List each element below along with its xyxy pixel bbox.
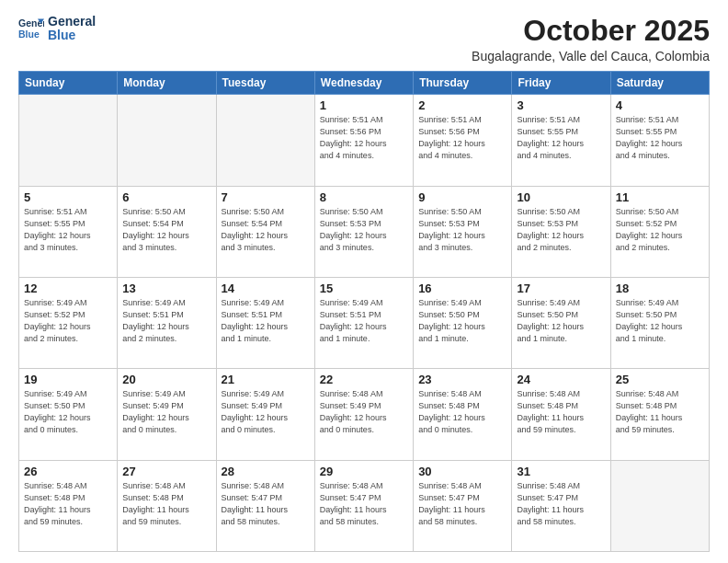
day-info: Sunrise: 5:49 AM Sunset: 5:49 PM Dayligh… [222, 388, 310, 436]
day-info: Sunrise: 5:48 AM Sunset: 5:48 PM Dayligh… [122, 480, 210, 528]
calendar-cell: 5Sunrise: 5:51 AM Sunset: 5:55 PM Daylig… [19, 186, 118, 277]
day-info: Sunrise: 5:50 AM Sunset: 5:53 PM Dayligh… [320, 206, 408, 254]
day-header-sunday: Sunday [19, 72, 118, 95]
day-info: Sunrise: 5:49 AM Sunset: 5:50 PM Dayligh… [517, 297, 605, 345]
day-info: Sunrise: 5:48 AM Sunset: 5:48 PM Dayligh… [24, 480, 112, 528]
day-info: Sunrise: 5:50 AM Sunset: 5:53 PM Dayligh… [418, 206, 506, 254]
day-number: 5 [24, 190, 112, 204]
day-info: Sunrise: 5:48 AM Sunset: 5:47 PM Dayligh… [222, 480, 310, 528]
day-number: 31 [517, 465, 605, 478]
calendar-cell [19, 95, 118, 186]
calendar-header-row: SundayMondayTuesdayWednesdayThursdayFrid… [19, 72, 710, 95]
day-info: Sunrise: 5:49 AM Sunset: 5:49 PM Dayligh… [122, 388, 210, 436]
day-number: 30 [418, 465, 506, 478]
svg-text:Blue: Blue [18, 29, 40, 40]
calendar-cell: 18Sunrise: 5:49 AM Sunset: 5:50 PM Dayli… [610, 277, 709, 368]
calendar-cell: 9Sunrise: 5:50 AM Sunset: 5:53 PM Daylig… [414, 186, 512, 277]
day-info: Sunrise: 5:51 AM Sunset: 5:55 PM Dayligh… [616, 114, 704, 162]
day-header-tuesday: Tuesday [216, 72, 314, 95]
day-number: 4 [616, 98, 704, 112]
day-number: 1 [320, 98, 408, 112]
day-number: 11 [616, 190, 704, 204]
day-number: 13 [122, 282, 210, 295]
day-header-saturday: Saturday [610, 72, 709, 95]
day-number: 25 [616, 373, 704, 386]
day-info: Sunrise: 5:48 AM Sunset: 5:49 PM Dayligh… [320, 388, 408, 436]
day-number: 29 [320, 465, 408, 478]
calendar-cell: 4Sunrise: 5:51 AM Sunset: 5:55 PM Daylig… [610, 95, 709, 186]
calendar-cell: 8Sunrise: 5:50 AM Sunset: 5:53 PM Daylig… [314, 186, 413, 277]
calendar-cell: 11Sunrise: 5:50 AM Sunset: 5:52 PM Dayli… [610, 186, 709, 277]
day-number: 6 [122, 190, 210, 204]
calendar-cell [216, 95, 314, 186]
day-info: Sunrise: 5:50 AM Sunset: 5:54 PM Dayligh… [222, 206, 310, 254]
day-number: 23 [418, 373, 506, 386]
day-number: 3 [517, 98, 605, 112]
calendar-week-4: 26Sunrise: 5:48 AM Sunset: 5:48 PM Dayli… [19, 460, 710, 551]
calendar-cell: 20Sunrise: 5:49 AM Sunset: 5:49 PM Dayli… [118, 369, 216, 460]
day-number: 24 [517, 373, 605, 386]
logo-blue: Blue [48, 29, 96, 42]
calendar-cell: 27Sunrise: 5:48 AM Sunset: 5:48 PM Dayli… [118, 460, 216, 551]
day-info: Sunrise: 5:49 AM Sunset: 5:51 PM Dayligh… [122, 297, 210, 345]
day-info: Sunrise: 5:49 AM Sunset: 5:50 PM Dayligh… [24, 388, 112, 436]
page: General Blue General Blue October 2025 B… [0, 0, 728, 563]
calendar-cell: 25Sunrise: 5:48 AM Sunset: 5:48 PM Dayli… [610, 369, 709, 460]
month-title: October 2025 [472, 15, 710, 47]
day-number: 12 [24, 282, 112, 295]
day-header-thursday: Thursday [414, 72, 512, 95]
day-header-monday: Monday [118, 72, 216, 95]
calendar-cell: 17Sunrise: 5:49 AM Sunset: 5:50 PM Dayli… [512, 277, 610, 368]
calendar-cell: 16Sunrise: 5:49 AM Sunset: 5:50 PM Dayli… [414, 277, 512, 368]
day-number: 10 [517, 190, 605, 204]
logo: General Blue General Blue [18, 15, 96, 43]
calendar-cell: 12Sunrise: 5:49 AM Sunset: 5:52 PM Dayli… [19, 277, 118, 368]
calendar-week-0: 1Sunrise: 5:51 AM Sunset: 5:56 PM Daylig… [19, 95, 710, 186]
day-info: Sunrise: 5:48 AM Sunset: 5:47 PM Dayligh… [320, 480, 408, 528]
calendar-cell: 21Sunrise: 5:49 AM Sunset: 5:49 PM Dayli… [216, 369, 314, 460]
calendar-cell: 29Sunrise: 5:48 AM Sunset: 5:47 PM Dayli… [314, 460, 413, 551]
calendar-cell: 6Sunrise: 5:50 AM Sunset: 5:54 PM Daylig… [118, 186, 216, 277]
calendar-cell: 1Sunrise: 5:51 AM Sunset: 5:56 PM Daylig… [314, 95, 413, 186]
day-number: 7 [222, 190, 310, 204]
calendar-cell: 30Sunrise: 5:48 AM Sunset: 5:47 PM Dayli… [414, 460, 512, 551]
calendar-cell: 24Sunrise: 5:48 AM Sunset: 5:48 PM Dayli… [512, 369, 610, 460]
day-info: Sunrise: 5:48 AM Sunset: 5:47 PM Dayligh… [418, 480, 506, 528]
calendar-cell: 14Sunrise: 5:49 AM Sunset: 5:51 PM Dayli… [216, 277, 314, 368]
calendar-cell: 10Sunrise: 5:50 AM Sunset: 5:53 PM Dayli… [512, 186, 610, 277]
calendar-cell: 13Sunrise: 5:49 AM Sunset: 5:51 PM Dayli… [118, 277, 216, 368]
calendar-cell: 3Sunrise: 5:51 AM Sunset: 5:55 PM Daylig… [512, 95, 610, 186]
day-info: Sunrise: 5:49 AM Sunset: 5:51 PM Dayligh… [222, 297, 310, 345]
calendar-cell: 31Sunrise: 5:48 AM Sunset: 5:47 PM Dayli… [512, 460, 610, 551]
calendar-cell: 7Sunrise: 5:50 AM Sunset: 5:54 PM Daylig… [216, 186, 314, 277]
day-info: Sunrise: 5:48 AM Sunset: 5:48 PM Dayligh… [517, 388, 605, 436]
day-number: 21 [222, 373, 310, 386]
day-number: 14 [222, 282, 310, 295]
calendar-week-3: 19Sunrise: 5:49 AM Sunset: 5:50 PM Dayli… [19, 369, 710, 460]
calendar-cell [610, 460, 709, 551]
calendar-cell: 19Sunrise: 5:49 AM Sunset: 5:50 PM Dayli… [19, 369, 118, 460]
day-number: 18 [616, 282, 704, 295]
day-info: Sunrise: 5:48 AM Sunset: 5:47 PM Dayligh… [517, 480, 605, 528]
calendar-cell: 15Sunrise: 5:49 AM Sunset: 5:51 PM Dayli… [314, 277, 413, 368]
calendar-cell: 26Sunrise: 5:48 AM Sunset: 5:48 PM Dayli… [19, 460, 118, 551]
day-info: Sunrise: 5:50 AM Sunset: 5:52 PM Dayligh… [616, 206, 704, 254]
title-block: October 2025 Bugalagrande, Valle del Cau… [472, 15, 710, 63]
calendar-week-1: 5Sunrise: 5:51 AM Sunset: 5:55 PM Daylig… [19, 186, 710, 277]
day-info: Sunrise: 5:49 AM Sunset: 5:51 PM Dayligh… [320, 297, 408, 345]
day-info: Sunrise: 5:50 AM Sunset: 5:54 PM Dayligh… [122, 206, 210, 254]
day-number: 28 [222, 465, 310, 478]
day-info: Sunrise: 5:48 AM Sunset: 5:48 PM Dayligh… [418, 388, 506, 436]
day-info: Sunrise: 5:50 AM Sunset: 5:53 PM Dayligh… [517, 206, 605, 254]
day-number: 9 [418, 190, 506, 204]
day-number: 17 [517, 282, 605, 295]
calendar-cell [118, 95, 216, 186]
calendar-cell: 23Sunrise: 5:48 AM Sunset: 5:48 PM Dayli… [414, 369, 512, 460]
day-info: Sunrise: 5:49 AM Sunset: 5:52 PM Dayligh… [24, 297, 112, 345]
day-info: Sunrise: 5:48 AM Sunset: 5:48 PM Dayligh… [616, 388, 704, 436]
day-number: 16 [418, 282, 506, 295]
day-number: 19 [24, 373, 112, 386]
day-number: 22 [320, 373, 408, 386]
calendar-cell: 28Sunrise: 5:48 AM Sunset: 5:47 PM Dayli… [216, 460, 314, 551]
calendar-week-2: 12Sunrise: 5:49 AM Sunset: 5:52 PM Dayli… [19, 277, 710, 368]
